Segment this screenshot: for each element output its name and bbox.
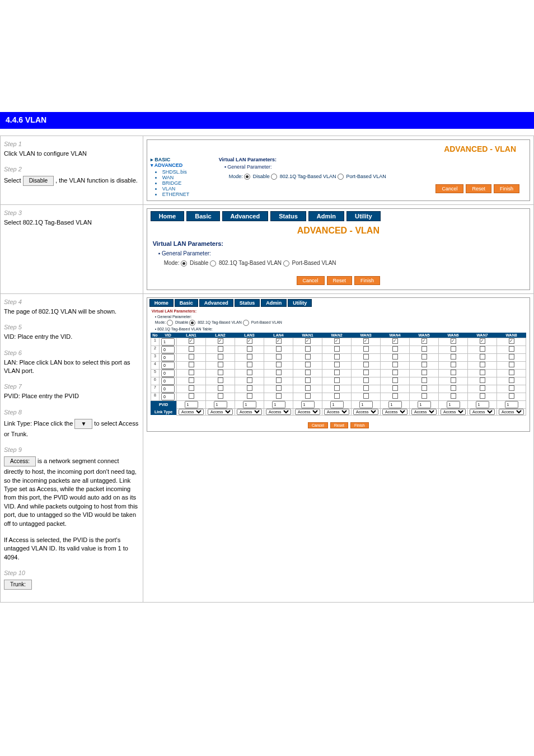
shot1-mode-radio[interactable] bbox=[244, 174, 250, 180]
vlan-port-checkbox[interactable] bbox=[247, 370, 252, 375]
shot1-mode-radio[interactable] bbox=[271, 174, 277, 180]
vlan-port-checkbox[interactable] bbox=[509, 370, 514, 375]
shot1-nav-item[interactable]: SHDSL.bis bbox=[155, 169, 212, 175]
linktype-select[interactable]: Access bbox=[470, 409, 495, 415]
vlan-port-checkbox[interactable] bbox=[480, 346, 485, 352]
vlan-port-checkbox[interactable] bbox=[218, 354, 223, 360]
shot3-tab-utility[interactable]: Utility bbox=[288, 299, 312, 307]
vlan-port-checkbox[interactable] bbox=[247, 354, 252, 360]
vlan-port-checkbox[interactable] bbox=[392, 377, 398, 383]
pvid-input[interactable] bbox=[359, 401, 373, 408]
linktype-select[interactable]: Access bbox=[441, 409, 466, 415]
vlan-port-checkbox[interactable] bbox=[305, 362, 311, 367]
vlan-port-checkbox[interactable] bbox=[334, 370, 340, 375]
shot3-tab-admin[interactable]: Admin bbox=[261, 299, 287, 307]
vlan-port-checkbox[interactable] bbox=[334, 377, 340, 383]
shot2-tab-advanced[interactable]: Advanced bbox=[222, 211, 269, 221]
shot1-nav-item[interactable]: VLAN bbox=[155, 186, 212, 192]
linktype-select[interactable]: Access bbox=[295, 409, 320, 415]
pvid-input[interactable] bbox=[214, 401, 227, 408]
vlan-port-checkbox[interactable] bbox=[363, 393, 369, 399]
linktype-select[interactable]: Access bbox=[266, 409, 291, 415]
vlan-port-checkbox[interactable] bbox=[305, 393, 311, 399]
vlan-port-checkbox[interactable] bbox=[363, 346, 369, 352]
shot3-reset-button[interactable]: Reset bbox=[330, 422, 348, 428]
shot2-tab-admin[interactable]: Admin bbox=[308, 211, 344, 221]
vlan-port-checkbox[interactable] bbox=[451, 370, 456, 375]
pvid-input[interactable] bbox=[505, 401, 518, 408]
shot1-mode-radio[interactable] bbox=[338, 174, 344, 180]
vlan-port-checkbox[interactable] bbox=[509, 362, 514, 367]
vlan-port-checkbox[interactable] bbox=[218, 362, 223, 367]
shot1-nav-basic[interactable]: ▸ BASIC bbox=[151, 157, 212, 162]
vlan-port-checkbox[interactable] bbox=[305, 346, 311, 352]
vlan-port-checkbox[interactable] bbox=[363, 370, 369, 375]
shot2-cancel-button[interactable]: Cancel bbox=[297, 276, 325, 285]
vlan-port-checkbox[interactable] bbox=[189, 377, 194, 383]
pvid-input[interactable] bbox=[243, 401, 256, 408]
linktype-select[interactable]: Access bbox=[179, 409, 204, 415]
vlan-port-checkbox[interactable] bbox=[334, 362, 340, 367]
vlan-port-checkbox[interactable] bbox=[305, 377, 311, 383]
vlan-port-checkbox[interactable] bbox=[421, 346, 427, 352]
vlan-port-checkbox[interactable] bbox=[247, 385, 252, 391]
vlan-port-checkbox[interactable] bbox=[480, 377, 485, 383]
shot1-nav-item[interactable]: ETHERNET bbox=[155, 192, 212, 197]
vlan-port-checkbox[interactable] bbox=[218, 370, 223, 375]
shot2-tab-basic[interactable]: Basic bbox=[186, 211, 219, 221]
shot3-tab-home[interactable]: Home bbox=[149, 299, 174, 307]
vlan-port-checkbox[interactable] bbox=[392, 393, 398, 399]
vlan-port-checkbox[interactable] bbox=[218, 346, 223, 352]
vlan-port-checkbox[interactable] bbox=[421, 377, 427, 383]
vlan-port-checkbox[interactable] bbox=[509, 377, 514, 383]
vlan-port-checkbox[interactable] bbox=[421, 393, 427, 399]
shot1-nav-advanced[interactable]: ▾ ADVANCED bbox=[151, 162, 212, 168]
vlan-port-checkbox[interactable] bbox=[509, 385, 514, 391]
linktype-select[interactable]: Access bbox=[499, 409, 524, 415]
vlan-port-checkbox[interactable] bbox=[247, 346, 252, 352]
pvid-input[interactable] bbox=[388, 401, 402, 408]
vlan-port-checkbox[interactable] bbox=[276, 362, 282, 367]
vlan-port-checkbox[interactable] bbox=[480, 362, 485, 367]
vlan-port-checkbox[interactable] bbox=[247, 362, 252, 367]
vlan-port-checkbox[interactable] bbox=[451, 338, 456, 344]
vid-input[interactable] bbox=[161, 393, 175, 400]
vlan-port-checkbox[interactable] bbox=[189, 393, 194, 399]
pvid-input[interactable] bbox=[330, 401, 344, 408]
vlan-port-checkbox[interactable] bbox=[392, 385, 398, 391]
vlan-port-checkbox[interactable] bbox=[276, 338, 282, 344]
vlan-port-checkbox[interactable] bbox=[276, 346, 282, 352]
vid-input[interactable] bbox=[161, 354, 175, 361]
vlan-port-checkbox[interactable] bbox=[421, 370, 427, 375]
vlan-port-checkbox[interactable] bbox=[421, 338, 427, 344]
vid-input[interactable] bbox=[161, 370, 175, 377]
shot3-mode-radio[interactable] bbox=[167, 320, 173, 326]
vlan-port-checkbox[interactable] bbox=[363, 362, 369, 367]
vlan-port-checkbox[interactable] bbox=[480, 338, 485, 344]
vlan-port-checkbox[interactable] bbox=[276, 385, 282, 391]
pvid-input[interactable] bbox=[301, 401, 315, 408]
vlan-port-checkbox[interactable] bbox=[480, 354, 485, 360]
vid-input[interactable] bbox=[161, 338, 175, 346]
shot1-finish-button[interactable]: Finish bbox=[494, 184, 519, 193]
shot1-cancel-button[interactable]: Cancel bbox=[435, 184, 463, 193]
shot1-nav-item[interactable]: BRIDGE bbox=[155, 180, 212, 186]
pvid-input[interactable] bbox=[272, 401, 285, 408]
vlan-port-checkbox[interactable] bbox=[509, 354, 514, 360]
vlan-port-checkbox[interactable] bbox=[480, 393, 485, 399]
vlan-port-checkbox[interactable] bbox=[421, 354, 427, 360]
vlan-port-checkbox[interactable] bbox=[189, 354, 194, 360]
vlan-port-checkbox[interactable] bbox=[334, 338, 340, 344]
vlan-port-checkbox[interactable] bbox=[305, 385, 311, 391]
vlan-port-checkbox[interactable] bbox=[218, 385, 223, 391]
vlan-port-checkbox[interactable] bbox=[189, 385, 194, 391]
vlan-port-checkbox[interactable] bbox=[305, 354, 311, 360]
vlan-port-checkbox[interactable] bbox=[363, 338, 369, 344]
vlan-port-checkbox[interactable] bbox=[421, 362, 427, 367]
linktype-select[interactable]: Access bbox=[411, 409, 437, 415]
pvid-input[interactable] bbox=[418, 401, 431, 408]
pvid-input[interactable] bbox=[476, 401, 489, 408]
shot3-tab-basic[interactable]: Basic bbox=[175, 299, 198, 307]
shot2-mode-radio[interactable] bbox=[210, 260, 216, 267]
shot2-tab-home[interactable]: Home bbox=[151, 211, 185, 221]
